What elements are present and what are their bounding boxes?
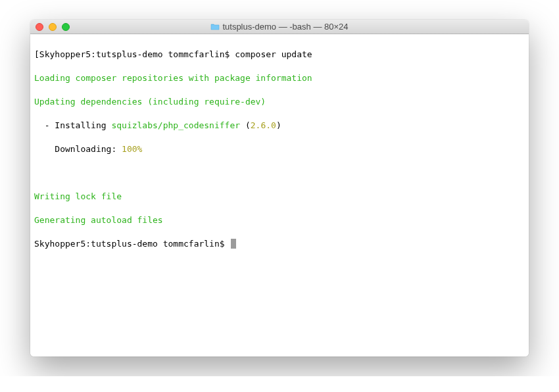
output-line: Writing lock file	[34, 191, 525, 203]
command-text: composer update	[235, 49, 312, 59]
output-line: Downloading:	[34, 144, 122, 154]
terminal-body[interactable]: [Skyhopper5:tutsplus-demo tommcfarlin$ c…	[30, 34, 529, 356]
output-line: Generating autoload files	[34, 214, 525, 226]
output-line: Updating dependencies (including require…	[34, 96, 525, 108]
prompt: Skyhopper5:tutsplus-demo tommcfarlin$	[34, 239, 230, 249]
package-version: 2.6.0	[251, 120, 276, 130]
output-line: Loading composer repositories with packa…	[34, 72, 525, 84]
traffic-lights	[36, 23, 70, 31]
prompt: Skyhopper5:tutsplus-demo tommcfarlin$	[39, 49, 235, 59]
window-title-group: tutsplus-demo — -bash — 80×24	[30, 22, 529, 32]
titlebar: tutsplus-demo — -bash — 80×24	[30, 20, 529, 34]
maximize-icon[interactable]	[62, 23, 70, 31]
cursor	[231, 239, 236, 249]
close-icon[interactable]	[36, 23, 43, 31]
output-line: - Installing	[34, 120, 111, 130]
folder-icon	[210, 23, 220, 30]
prompt-bracket: [	[34, 49, 39, 59]
package-name: squizlabs/php_codesniffer	[111, 120, 240, 130]
window-title: tutsplus-demo — -bash — 80×24	[222, 22, 348, 32]
download-percent: 100%	[122, 144, 142, 154]
paren: )	[276, 120, 281, 130]
terminal-window: tutsplus-demo — -bash — 80×24 [Skyhopper…	[30, 20, 529, 356]
paren: (	[240, 120, 251, 130]
minimize-icon[interactable]	[49, 23, 57, 31]
